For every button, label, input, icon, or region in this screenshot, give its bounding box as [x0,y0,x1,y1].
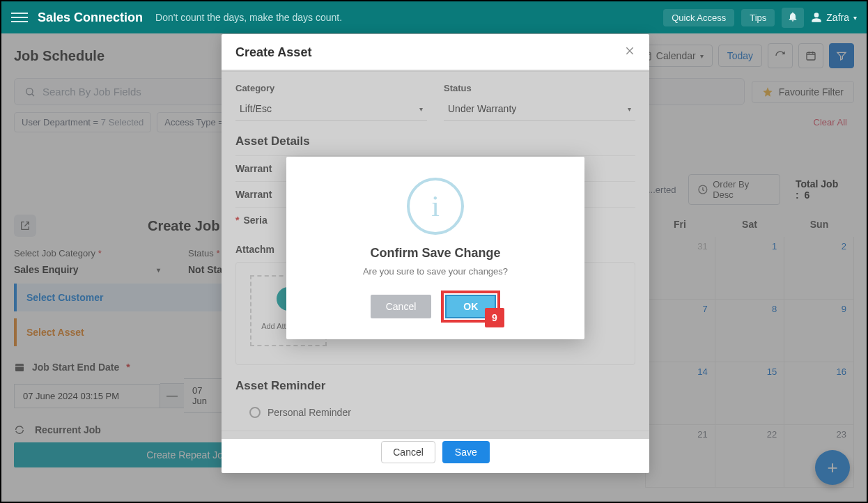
modal-close-button[interactable] [624,45,635,60]
category-select[interactable]: Lift/Esc▾ [235,98,427,121]
confirm-cancel-button[interactable]: Cancel [371,295,432,318]
confirm-title: Confirm Save Change [300,246,571,261]
confirm-save-dialog: i Confirm Save Change Are you sure to sa… [286,157,584,339]
info-icon: i [407,178,464,235]
chevron-down-icon: ▾ [628,105,631,113]
radio-icon [249,407,261,418]
confirm-message: Are you sure to save your changes? [300,266,571,277]
notifications-bell-icon[interactable] [782,8,804,28]
asset-reminder-heading: Asset Reminder [235,372,635,400]
tips-button[interactable]: Tips [741,9,775,26]
quick-access-button[interactable]: Quick Access [663,9,734,26]
modal-title: Create Asset [235,45,311,60]
user-name: Zafra [826,12,849,23]
modal-cancel-button[interactable]: Cancel [381,441,435,463]
category-label: Category [235,83,427,93]
hamburger-menu-icon[interactable] [11,9,28,26]
user-menu[interactable]: Zafra ▾ [811,12,857,23]
step-number-badge: 9 [485,308,504,327]
brand-title: Sales Connection [38,10,143,25]
motto-text: Don't count the days, make the days coun… [155,12,342,23]
status-label: Status [444,83,635,93]
asset-details-heading: Asset Details [235,127,635,155]
close-icon [624,45,635,56]
personal-reminder-option[interactable]: Personal Reminder [235,400,635,431]
topbar: Sales Connection Don't count the days, m… [1,1,867,33]
user-icon [811,12,822,23]
chevron-down-icon: ▾ [853,14,857,22]
chevron-down-icon: ▾ [419,105,423,113]
status-select[interactable]: Under Warranty▾ [444,98,635,121]
modal-save-button[interactable]: Save [442,441,490,463]
